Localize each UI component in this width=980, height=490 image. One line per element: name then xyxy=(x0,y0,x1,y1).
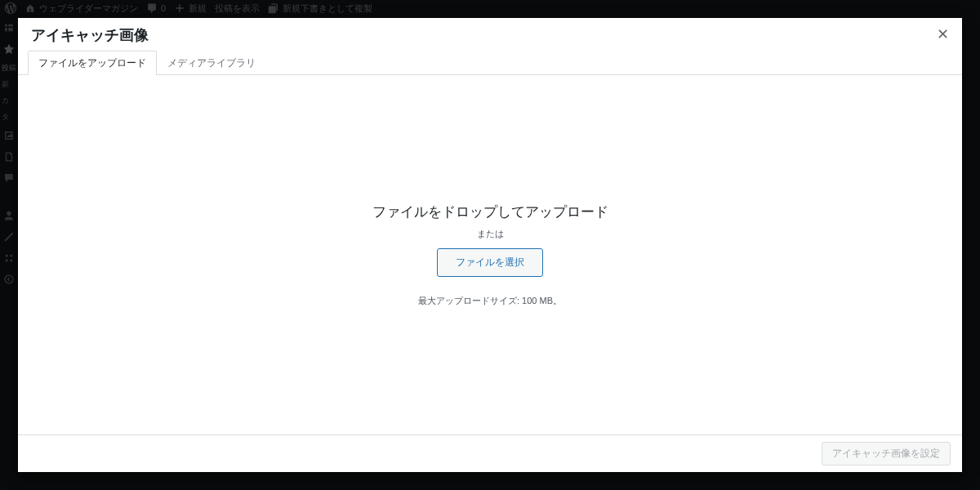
media-modal: アイキャッチ画像 ✕ ファイルをアップロード メディアライブラリ ファイルをドロ… xyxy=(18,18,962,472)
tab-media-library[interactable]: メディアライブラリ xyxy=(157,51,266,75)
select-files-button[interactable]: ファイルを選択 xyxy=(437,248,543,277)
upload-or-text: または xyxy=(372,228,608,240)
upload-max-size: 最大アップロードサイズ: 100 MB。 xyxy=(372,295,608,307)
modal-tabs: ファイルをアップロード メディアライブラリ xyxy=(18,50,962,75)
upload-dropzone[interactable]: ファイルをドロップしてアップロード または ファイルを選択 最大アップロードサイ… xyxy=(18,75,962,434)
upload-drop-text: ファイルをドロップしてアップロード xyxy=(372,203,608,221)
modal-footer: アイキャッチ画像を設定 xyxy=(18,434,962,472)
modal-header: アイキャッチ画像 ✕ xyxy=(18,18,962,50)
upload-inner: ファイルをドロップしてアップロード または ファイルを選択 最大アップロードサイ… xyxy=(372,203,608,307)
set-featured-image-button[interactable]: アイキャッチ画像を設定 xyxy=(822,442,951,466)
tab-upload[interactable]: ファイルをアップロード xyxy=(28,51,157,75)
modal-close-button[interactable]: ✕ xyxy=(931,23,954,46)
modal-title: アイキャッチ画像 xyxy=(31,26,949,45)
close-icon: ✕ xyxy=(937,25,949,43)
